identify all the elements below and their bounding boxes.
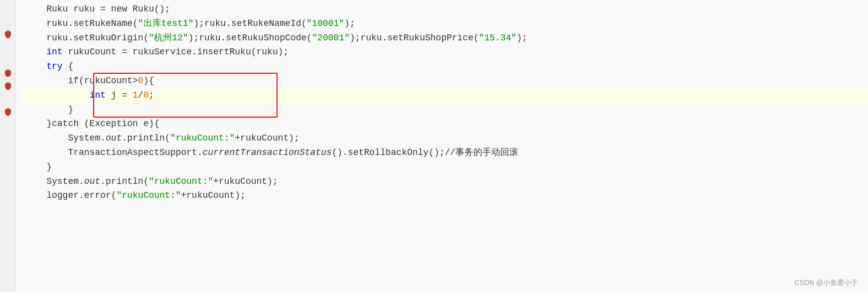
code-line-13: System.out.println("rukuCount:"+rukuCoun…	[21, 174, 868, 189]
code-token: );ruku.setRukuShopCode(	[188, 31, 312, 45]
code-token: System.	[25, 174, 84, 189]
code-token: );ruku.setRukuShopPrice(	[350, 31, 479, 45]
gutter	[0, 0, 16, 292]
gutter-icon-6	[4, 80, 12, 93]
code-line-8: }	[21, 103, 868, 117]
code-token: int	[90, 88, 106, 103]
code-token: }catch (Exception e){	[25, 117, 159, 131]
code-token: .println(	[122, 131, 170, 146]
code-token: Ruku ruku = new Ruku();	[25, 2, 170, 16]
gutter-icon-0	[4, 2, 12, 15]
gutter-icon-9	[4, 119, 12, 132]
code-token: "rukuCount:"	[117, 188, 181, 203]
code-line-10: System.out.println("rukuCount:"+rukuCoun…	[21, 131, 868, 146]
gutter-icon-7	[4, 93, 12, 106]
code-line-3: ruku.setRukuOrigin("杭州12");ruku.setRukuS…	[21, 31, 868, 45]
code-token: 1	[133, 88, 138, 103]
code-token: +rukuCount);	[235, 131, 299, 146]
code-line-2: ruku.setRukeName("出库test1");ruku.setRuke…	[21, 16, 868, 31]
code-token: System.	[25, 131, 106, 146]
gutter-icon-5	[4, 67, 12, 80]
code-line-6: if(rukuCount>0){	[21, 74, 868, 88]
code-token: }	[25, 160, 52, 174]
gutter-icon-1	[4, 15, 12, 28]
code-line-9: }catch (Exception e){	[21, 117, 868, 131]
code-token: );	[344, 16, 355, 31]
code-token: {	[63, 59, 74, 74]
gutter-icon-12	[4, 157, 12, 170]
code-token: /	[138, 88, 144, 103]
code-token: rukuCount = rukuService.insertRuku(ruku)…	[63, 45, 289, 59]
code-token: "15.34"	[479, 31, 517, 45]
code-token: ruku.setRukeName(	[25, 16, 138, 31]
gutter-icon-8	[4, 106, 12, 119]
code-line-4: int rukuCount = rukuService.insertRuku(r…	[21, 45, 868, 59]
code-line-11: TransactionAspectSupport.currentTransact…	[21, 146, 868, 160]
code-token: +rukuCount);	[181, 188, 246, 203]
code-token: j =	[106, 88, 133, 103]
code-token: logger.error(	[25, 188, 117, 203]
code-token: );	[517, 31, 528, 45]
gutter-icon-10	[4, 132, 12, 145]
gutter-icon-13	[4, 170, 12, 183]
watermark: CSDN @小鱼爱小于	[794, 277, 858, 288]
code-line-12: }	[21, 160, 868, 174]
gutter-icon-11	[4, 145, 12, 157]
code-line-5: try {	[21, 59, 868, 74]
code-line-14: logger.error("rukuCount:"+rukuCount);	[21, 188, 868, 203]
code-token: 0	[138, 74, 144, 88]
code-token	[25, 59, 46, 74]
code-token: "出库test1"	[138, 16, 194, 31]
code-token: if(rukuCount>	[25, 74, 138, 88]
code-token: ().setRollbackOnly();//事务的手动回滚	[332, 146, 518, 160]
gutter-icon-2	[4, 28, 12, 41]
code-token: "rukuCount:"	[148, 174, 213, 189]
code-token: }	[25, 103, 73, 117]
code-token: ruku.setRukuOrigin(	[25, 31, 148, 45]
code-token: out	[106, 131, 122, 146]
code-container: Ruku ruku = new Ruku(); ruku.setRukeName…	[0, 0, 868, 292]
code-line-1: Ruku ruku = new Ruku();	[21, 2, 868, 16]
code-token: 0	[144, 88, 149, 103]
code-token: );ruku.setRukeNameId(	[193, 16, 306, 31]
gutter-icon-3	[4, 41, 12, 54]
code-token: try	[46, 59, 62, 74]
code-token: "杭州12"	[148, 31, 188, 45]
code-token: currentTransactionStatus	[202, 146, 331, 160]
code-area: Ruku ruku = new Ruku(); ruku.setRukeName…	[16, 0, 868, 292]
code-token: int	[46, 45, 62, 59]
gutter-icon-4	[4, 54, 12, 67]
code-token: ;	[148, 88, 154, 103]
code-line-7: int j = 1/0;	[21, 88, 868, 103]
code-token: "rukuCount:"	[170, 131, 235, 146]
code-token	[25, 88, 90, 103]
code-token: .println(	[100, 174, 148, 189]
code-token: "10001"	[306, 16, 344, 31]
code-token: out	[84, 174, 100, 189]
code-token: "20001"	[312, 31, 350, 45]
code-token: ){	[144, 74, 154, 88]
code-token	[25, 45, 46, 59]
code-token: +rukuCount);	[213, 174, 278, 189]
code-token: TransactionAspectSupport.	[25, 146, 202, 160]
